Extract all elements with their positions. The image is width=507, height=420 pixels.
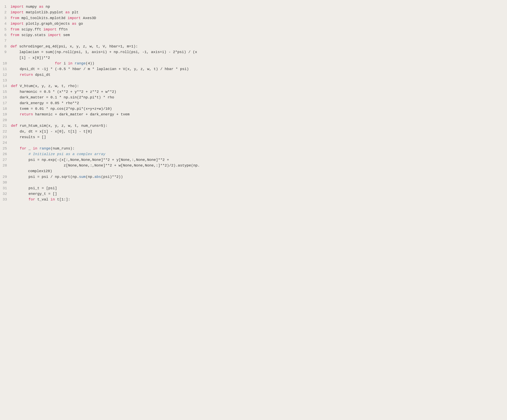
- token-kw-import: import: [68, 16, 81, 20]
- code-line: 17 dark_energy = 0.05 * rho**2: [0, 100, 507, 106]
- token-plain: plt: [70, 10, 78, 14]
- code-line: 8def schrodinger_eq_4d(psi, x, y, z, w, …: [0, 44, 507, 49]
- token-kw-def: def: [11, 84, 18, 88]
- code-line: 4import plotly.graph_objects as go: [0, 21, 507, 27]
- code-editor: 1import numpy as np2import matplotlib.py…: [0, 3, 507, 420]
- line-content: return harmonic + dark_matter + dark_ene…: [11, 112, 504, 117]
- line-content: dark_matter = 0.1 * np.sin(2*np.pi*t) * …: [11, 95, 504, 100]
- token-plain: z[None,None,:,None]**2 + w[None,None,Non…: [11, 163, 200, 168]
- code-line: 10 for i in range(4)): [0, 61, 507, 66]
- token-plain: _: [26, 147, 33, 151]
- token-plain: go: [76, 22, 83, 26]
- token-plain: [11, 73, 20, 77]
- token-kw-import: import: [10, 5, 24, 9]
- line-number: 6: [3, 32, 10, 38]
- code-line: 11 dpsi_dt = -1j * (-0.5 * hbar / m * la…: [0, 66, 507, 72]
- token-builtin: sum: [79, 175, 86, 179]
- line-number: 4: [3, 21, 10, 27]
- line-number: 27: [3, 157, 11, 163]
- token-plain: [11, 147, 20, 151]
- token-plain: energy_t = []: [11, 192, 57, 196]
- token-plain: results = []: [11, 135, 46, 139]
- token-plain: [11, 197, 28, 202]
- code-line: 13: [0, 78, 507, 83]
- token-kw-from: from: [10, 28, 19, 31]
- token-plain: dpsi_dt: [33, 73, 50, 77]
- token-plain: dark_energy = 0.05 * rho**2: [11, 101, 79, 105]
- line-content: z[None,None,:,None]**2 + w[None,None,Non…: [11, 163, 504, 168]
- token-plain: laplacian = sum((np.roll(psi, 1, axis=i)…: [10, 50, 197, 54]
- token-plain: t_val: [35, 197, 50, 202]
- token-builtin: range: [39, 147, 50, 151]
- line-number: 11: [3, 66, 11, 72]
- token-kw-return: return: [20, 73, 33, 77]
- code-line: 20: [0, 117, 507, 123]
- token-plain: matplotlib.pyplot: [24, 10, 65, 14]
- token-plain: tvem = 0.01 * np.cos(2*np.pi*(x+y+z+w)/1…: [11, 107, 112, 111]
- token-builtin: range: [75, 61, 86, 65]
- token-plain: (np.: [86, 175, 94, 179]
- code-line: 3from mpl_toolkits.mplot3d import Axes3D: [0, 15, 507, 21]
- token-plain: scipy.fft: [19, 28, 43, 31]
- line-content: from scipy.stats import sem: [10, 32, 504, 38]
- line-number: 7: [3, 38, 10, 43]
- token-kw-in: in: [33, 147, 37, 151]
- line-number: 30: [3, 180, 11, 185]
- code-line: 2import matplotlib.pyplot as plt: [0, 10, 507, 15]
- token-plain: [37, 147, 39, 151]
- line-number: 17: [3, 100, 11, 106]
- line-content: def V_htum(x, y, z, w, t, rho):: [11, 83, 504, 89]
- token-plain: V_htum(x, y, z, w, t, rho):: [18, 84, 79, 88]
- line-number: 18: [3, 106, 11, 112]
- line-content: dark_energy = 0.05 * rho**2: [11, 100, 504, 106]
- token-kw-import: import: [10, 10, 24, 14]
- line-number: 13: [3, 78, 11, 83]
- line-content: [1] - x[0])**2: [10, 55, 504, 61]
- token-plain: schrodinger_eq_4d(psi, x, y, z, w, t, V,…: [17, 44, 138, 49]
- line-content: def schrodinger_eq_4d(psi, x, y, z, w, t…: [10, 44, 504, 49]
- token-plain: mpl_toolkits.mplot3d: [19, 16, 68, 20]
- code-line: 28 z[None,None,:,None]**2 + w[None,None,…: [0, 163, 507, 168]
- line-number: 31: [3, 185, 11, 191]
- token-kw-for: for: [28, 197, 35, 202]
- token-plain: dpsi_dt = -1j * (-0.5 * hbar / m * lapla…: [11, 67, 189, 71]
- code-line: 27 psi = np.exp(-(x[:,None,None,None]**2…: [0, 157, 507, 163]
- line-content: import matplotlib.pyplot as plt: [10, 10, 504, 15]
- token-comment: # Initialize psi as a complex array: [28, 152, 105, 156]
- code-line: 31 psi_t = [psi]: [0, 185, 507, 191]
- token-plain: harmonic = 0.5 * (x**2 + y**2 + z**2 + w…: [11, 90, 116, 94]
- line-content: return dpsi_dt: [11, 72, 504, 78]
- code-line: 9 laplacian = sum((np.roll(psi, 1, axis=…: [0, 49, 507, 55]
- line-content: import numpy as np: [10, 4, 504, 10]
- line-content: for t_val in t[1:]:: [11, 197, 504, 202]
- code-line: 15 harmonic = 0.5 * (x**2 + y**2 + z**2 …: [0, 89, 507, 95]
- line-content: psi = psi / np.sqrt(np.sum(np.abs(psi)**…: [11, 174, 504, 180]
- code-line: 21def run_htum_sim(x, y, z, w, t, num_ru…: [0, 123, 507, 129]
- line-content: psi = np.exp(-(x[:,None,None,None]**2 + …: [11, 157, 504, 163]
- token-plain: dx, dt = x[1] - x[0], t[1] - t[0]: [11, 130, 92, 133]
- code-line: 26 # Initialize psi as a complex array: [0, 151, 507, 157]
- line-content: def run_htum_sim(x, y, z, w, t, num_runs…: [11, 123, 504, 129]
- token-kw-import: import: [10, 22, 24, 26]
- token-kw-as: as: [39, 5, 43, 9]
- line-number: 8: [3, 44, 10, 49]
- line-content: energy_t = []: [11, 191, 504, 197]
- code-line: 24: [0, 140, 507, 146]
- token-plain: plotly.graph_objects: [24, 22, 72, 26]
- code-line: 32 energy_t = []: [0, 191, 507, 197]
- token-plain: (4)): [86, 61, 94, 65]
- code-line: 14def V_htum(x, y, z, w, t, rho):: [0, 83, 507, 89]
- line-number: 1: [3, 4, 10, 10]
- code-line: 18 tvem = 0.01 * np.cos(2*np.pi*(x+y+z+w…: [0, 106, 507, 112]
- line-number: 28: [3, 163, 11, 168]
- line-number: 15: [3, 89, 11, 95]
- token-plain: [1] - x[0])**2: [10, 56, 50, 60]
- line-number: 19: [3, 112, 11, 117]
- token-plain: run_htum_sim(x, y, z, w, t, num_runs=5):: [18, 124, 108, 128]
- code-line: 6from scipy.stats import sem: [0, 32, 507, 38]
- line-content: dx, dt = x[1] - x[0], t[1] - t[0]: [11, 129, 504, 134]
- line-content: for _ in range(num_runs):: [11, 146, 504, 151]
- token-kw-as: as: [72, 22, 77, 26]
- token-kw-return: return: [20, 112, 33, 116]
- token-kw-import: import: [48, 33, 61, 37]
